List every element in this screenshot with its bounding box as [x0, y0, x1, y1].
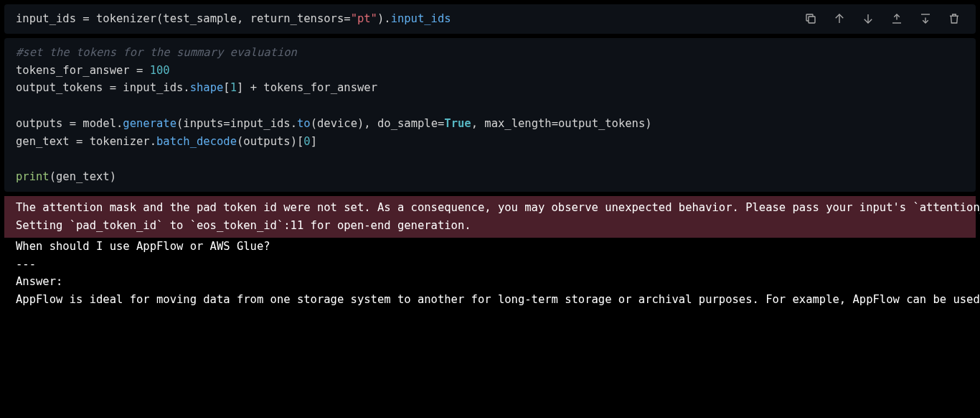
code-token: 100 — [150, 64, 170, 77]
cell-toolbar — [804, 10, 964, 26]
code-token: tokens_for_answer — [263, 81, 377, 94]
trash-icon[interactable] — [947, 11, 961, 26]
code-token: output_tokens — [16, 81, 110, 94]
code-token: [ — [223, 81, 230, 94]
svg-rect-0 — [809, 17, 815, 23]
code-token: (gen_text) — [50, 170, 116, 183]
code-token: tokenizer(test_sample, return_tensors — [96, 12, 344, 25]
code-token: input_ids. — [123, 81, 189, 94]
code-token: to — [297, 117, 311, 130]
code-input-area[interactable]: #set the tokens for the summary evaluati… — [4, 38, 976, 192]
copy-icon[interactable] — [804, 11, 818, 26]
code-token: input_ids — [391, 12, 451, 25]
code-token: = — [552, 117, 558, 130]
code-token: ] — [311, 135, 317, 148]
code-block[interactable]: #set the tokens for the summary evaluati… — [16, 44, 964, 186]
code-token: = — [83, 12, 96, 25]
warning-text: The attention mask and the pad token id … — [16, 199, 964, 235]
code-token: (device), do_sample — [311, 117, 438, 130]
code-token: ] — [237, 81, 250, 94]
code-token: = — [76, 135, 90, 148]
arrow-up-icon[interactable] — [832, 11, 847, 26]
output-stdout: When should I use AppFlow or AWS Glue? -… — [4, 238, 976, 315]
code-token: input_ids. — [230, 117, 297, 130]
insert-above-icon[interactable] — [890, 11, 904, 26]
code-line[interactable]: input_ids = tokenizer(test_sample, retur… — [16, 10, 451, 28]
stdout-text: When should I use AppFlow or AWS Glue? -… — [16, 238, 964, 309]
insert-below-icon[interactable] — [918, 11, 933, 26]
code-token: batch_decode — [156, 135, 237, 148]
code-token: = — [438, 117, 444, 130]
code-token: + — [250, 81, 264, 94]
code-token: outputs — [16, 117, 70, 130]
code-token: input_ids — [16, 12, 83, 25]
code-token: #set the tokens for the summary evaluati… — [16, 46, 297, 59]
output-warning: The attention mask and the pad token id … — [4, 196, 976, 238]
code-token: tokens_for_answer — [16, 64, 136, 77]
code-token: generate — [123, 117, 176, 130]
code-token: = — [344, 12, 350, 25]
code-cell-2: #set the tokens for the summary evaluati… — [0, 38, 980, 192]
code-token: 0 — [303, 135, 310, 148]
code-token: gen_text — [16, 135, 76, 148]
code-token: 1 — [230, 81, 237, 94]
arrow-down-icon[interactable] — [861, 11, 875, 26]
code-token: output_tokens) — [558, 117, 652, 130]
code-token: model. — [83, 117, 123, 130]
code-token: , max_length — [471, 117, 552, 130]
code-token: shape — [190, 81, 224, 94]
code-token: = — [136, 64, 150, 77]
code-token: "pt" — [351, 12, 377, 25]
code-token: ). — [377, 12, 391, 25]
code-token: True — [444, 117, 471, 130]
code-token: = — [223, 117, 230, 130]
code-token: (outputs)[ — [237, 135, 303, 148]
code-token: = — [70, 117, 83, 130]
code-input-area[interactable]: input_ids = tokenizer(test_sample, retur… — [4, 4, 976, 34]
code-token: print — [16, 170, 50, 183]
code-token: = — [110, 81, 123, 94]
code-cell-1: input_ids = tokenizer(test_sample, retur… — [0, 4, 980, 34]
code-token: tokenizer. — [90, 135, 156, 148]
code-token: (inputs — [176, 117, 223, 130]
